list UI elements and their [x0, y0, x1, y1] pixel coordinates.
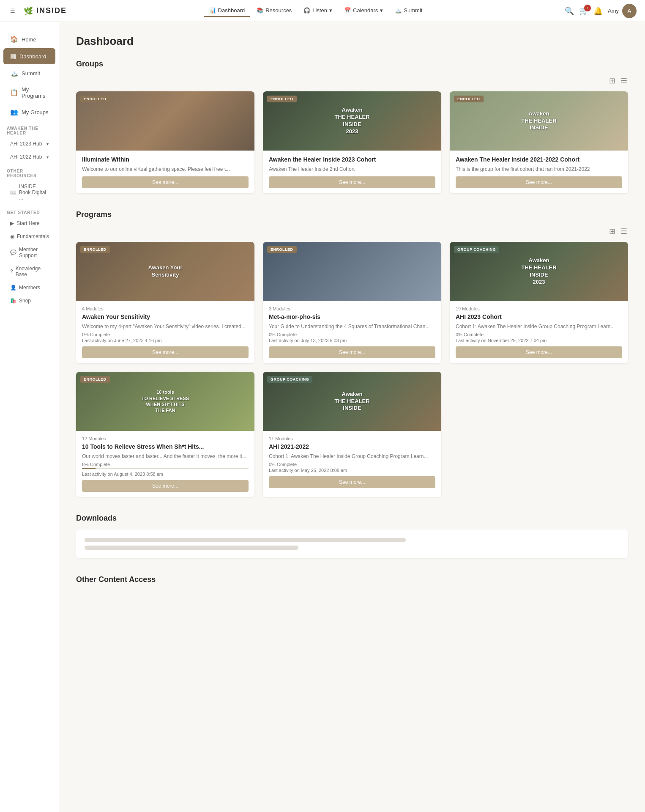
other-content-section: Other Content Access — [76, 575, 628, 584]
shop-icon: 🛍️ — [10, 298, 16, 304]
nav-resources[interactable]: 📚 Resources — [251, 5, 297, 17]
dashboard-sidebar-icon: ▦ — [10, 52, 16, 60]
card-description: This is the group for the first cohort t… — [456, 166, 622, 173]
downloads-loading-bar-1 — [85, 538, 406, 542]
see-more-button[interactable]: See more... — [82, 176, 249, 188]
downloads-loading-bar-2 — [85, 546, 298, 550]
card-image-wrapper: AwakenTHE HEALERINSIDE2023 GROUP COACHIN… — [450, 242, 628, 301]
sidebar-item-my-groups[interactable]: 👥 My Groups — [3, 104, 55, 120]
chevron-right-icon: ▾ — [46, 155, 49, 159]
see-more-button[interactable]: See more... — [456, 176, 622, 188]
card-body: Illuminate Within Welcome to our online … — [76, 151, 254, 193]
card-modules: 19 Modules — [456, 306, 622, 311]
fundamentals-icon: ◉ — [10, 233, 14, 239]
programs-section: Programs ⊞ ☰ Awaken YourSensitivity ENRO… — [76, 210, 628, 497]
card-modules: 12 Modules — [82, 436, 249, 441]
card-image-wrapper: ENROLLED — [76, 91, 254, 151]
sidebar-section-other: OTHER RESOURCES — [0, 164, 59, 180]
see-more-button[interactable]: See more... — [269, 346, 435, 358]
see-more-button[interactable]: See more... — [82, 346, 249, 358]
card-image-wrapper: ENROLLED — [263, 242, 441, 301]
program-card-10tools: 10 toolsTO RELIEVE STRESSWHEN SH*T HITST… — [76, 372, 254, 497]
card-image-wrapper: Awaken YourSensitivity ENROLLED — [76, 242, 254, 301]
sidebar-item-summit[interactable]: 🏔️ Summit — [3, 65, 55, 81]
sidebar-item-fundamentals[interactable]: ◉ Fundamentals — [3, 230, 55, 243]
app-title: INSIDE — [36, 6, 67, 15]
sidebar-item-book[interactable]: 📖 INSIDE Book Digital ... — [3, 180, 55, 205]
dashboard-icon: 📊 — [209, 7, 216, 14]
book-icon: 📖 — [10, 189, 16, 195]
user-menu[interactable]: Amy A — [608, 4, 637, 18]
sidebar-item-member-support[interactable]: 💬 Member Support — [3, 243, 55, 262]
sidebar-toggle-button[interactable]: ☰ — [8, 6, 17, 16]
see-more-button[interactable]: See more... — [82, 480, 249, 492]
cart-button[interactable]: 🛒 1 — [579, 6, 588, 16]
program-card-sensitivity: Awaken YourSensitivity ENROLLED 4 Module… — [76, 242, 254, 363]
downloads-section: Downloads — [76, 514, 628, 558]
sidebar-item-shop[interactable]: 🛍️ Shop — [3, 294, 55, 307]
card-progress: 0% Complete — [456, 332, 622, 337]
card-title: Awaken the Healer Inside 2023 Cohort — [269, 156, 435, 163]
programs-cards-grid: Awaken YourSensitivity ENROLLED 4 Module… — [76, 242, 628, 497]
cart-badge: 1 — [584, 5, 591, 11]
groups-cards-grid: ENROLLED Illuminate Within Welcome to ou… — [76, 91, 628, 193]
card-description: Welcome to our online virtual gathering … — [82, 166, 249, 173]
program-card-metamorphosis: ENROLLED 3 Modules Met-a-mor-pho-sis You… — [263, 242, 441, 363]
main-navigation: 📊 Dashboard 📚 Resources 🎧 Listen ▾ 📅 Cal… — [67, 5, 565, 17]
main-content: Dashboard Groups ⊞ ☰ ENROLLED — [59, 22, 645, 812]
sidebar-section-get-started: GET STARTED — [0, 205, 59, 217]
programs-list-view-button[interactable]: ☰ — [620, 226, 628, 237]
program-card-ahi2021: AwakenTHE HEALERINSIDE GROUP COACHING 11… — [263, 372, 441, 497]
calendar-icon: 📅 — [344, 7, 351, 14]
see-more-button[interactable]: See more... — [269, 476, 435, 488]
enrolled-badge: ENROLLED — [267, 96, 297, 102]
card-body: 3 Modules Met-a-mor-pho-sis Your Guide t… — [263, 301, 441, 363]
sidebar-item-knowledge-base[interactable]: ? Knowledge Base — [3, 262, 55, 281]
search-button[interactable]: 🔍 — [565, 6, 574, 16]
enrolled-badge: ENROLLED — [80, 246, 110, 253]
summit-sidebar-icon: 🏔️ — [10, 69, 18, 77]
group-coaching-badge: GROUP COACHING — [267, 376, 312, 383]
logo-leaf-icon: 🌿 — [24, 6, 34, 16]
sidebar-item-members[interactable]: 👤 Members — [3, 281, 55, 294]
sidebar-item-ahi2022[interactable]: AHI 2022 Hub ▾ — [3, 151, 55, 163]
groups-list-view-button[interactable]: ☰ — [620, 75, 628, 86]
card-activity: Last activity on June 27, 2023 4:16 pm — [82, 338, 249, 343]
group-coaching-badge: GROUP COACHING — [454, 246, 499, 253]
groups-grid-view-button[interactable]: ⊞ — [608, 75, 616, 86]
card-description: Our world moves faster and faster... And… — [82, 453, 249, 460]
other-content-title: Other Content Access — [76, 575, 628, 584]
groups-section: Groups ⊞ ☰ ENROLLED Illuminate Within — [76, 60, 628, 193]
see-more-button[interactable]: See more... — [456, 346, 622, 358]
nav-listen[interactable]: 🎧 Listen ▾ — [298, 5, 337, 17]
card-image-wrapper: AwakenTHE HEALERINSIDE GROUP COACHING — [263, 372, 441, 431]
sidebar: 🏠 Home ▦ Dashboard 🏔️ Summit 📋 My Progra… — [0, 22, 59, 812]
card-body: 19 Modules AHI 2023 Cohort Cohort 1: Awa… — [450, 301, 628, 363]
groups-grid-controls: ⊞ ☰ — [76, 75, 628, 86]
sidebar-item-dashboard[interactable]: ▦ Dashboard — [3, 48, 55, 64]
enrolled-badge: ENROLLED — [454, 96, 484, 102]
notifications-button[interactable]: 🔔 — [593, 6, 603, 16]
programs-grid-view-button[interactable]: ⊞ — [608, 226, 616, 237]
user-name-label: Amy — [608, 8, 619, 14]
card-body: Awaken the Healer Inside 2023 Cohort Awa… — [263, 151, 441, 193]
sidebar-item-ahi2023[interactable]: AHI 2023 Hub ▾ — [3, 137, 55, 150]
sidebar-item-home[interactable]: 🏠 Home — [3, 31, 55, 47]
card-description: Cohort 1: Awaken The Healer Inside Group… — [269, 453, 435, 460]
see-more-button[interactable]: See more... — [269, 176, 435, 188]
nav-calendars[interactable]: 📅 Calendars ▾ — [339, 5, 388, 17]
programs-icon: 📋 — [10, 89, 18, 96]
sidebar-item-my-programs[interactable]: 📋 My Programs — [3, 82, 55, 103]
nav-summit[interactable]: 🏔️ Summit — [390, 5, 427, 17]
sidebar-item-start-here[interactable]: ▶ Start Here — [3, 217, 55, 230]
downloads-content — [76, 529, 628, 558]
nav-dashboard[interactable]: 📊 Dashboard — [204, 5, 250, 17]
card-title: AHI 2021-2022 — [269, 443, 435, 450]
card-activity: Last activity on May 25, 2022 8:08 am — [269, 468, 435, 473]
app-logo: 🌿 INSIDE — [24, 6, 67, 16]
group-card-ahi2023: AwakenTHE HEALERINSIDE2023 ENROLLED Awak… — [263, 91, 441, 193]
group-card-ahi2021: AwakenTHE HEALERINSIDE ENROLLED Awaken T… — [450, 91, 628, 193]
groups-icon: 👥 — [10, 108, 18, 116]
enrolled-badge: ENROLLED — [80, 96, 110, 102]
top-navigation: ☰ 🌿 INSIDE 📊 Dashboard 📚 Resources 🎧 Lis… — [0, 0, 645, 22]
